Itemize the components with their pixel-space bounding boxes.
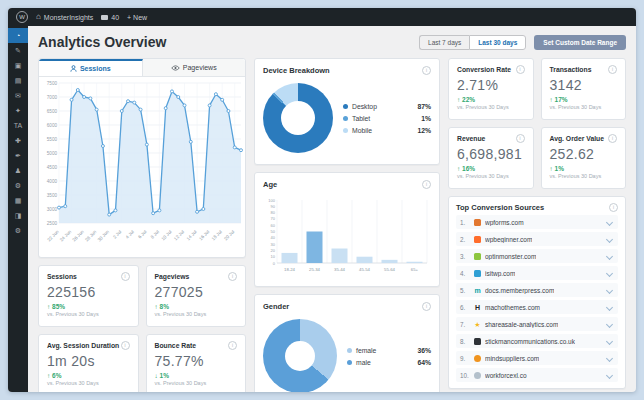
sidebar-item-plugins[interactable]: ✚: [8, 133, 28, 148]
new-menu[interactable]: + New: [127, 14, 147, 21]
chevron-down-icon[interactable]: [606, 252, 613, 259]
svg-text:0: 0: [273, 261, 276, 266]
set-custom-date-range-button[interactable]: Set Custom Date Range: [534, 35, 626, 50]
source-row-wpbeginner-com[interactable]: 2.wpbeginner.com: [456, 232, 618, 246]
sidebar-item-users[interactable]: ♟: [8, 163, 28, 178]
sessions-chart-panel: Sessions Pageviews 250030003500400045005…: [38, 58, 246, 258]
info-icon[interactable]: i: [228, 272, 237, 281]
source-rank: 3.: [460, 253, 470, 260]
source-row-machothemes-com[interactable]: 6.Hmachothemes.com: [456, 300, 618, 314]
svg-text:24 Jun: 24 Jun: [59, 229, 73, 243]
info-icon[interactable]: i: [228, 341, 237, 350]
source-row-mindsuppliers-com[interactable]: 9.mindsuppliers.com: [456, 351, 618, 365]
sidebar-item-monsterinsights[interactable]: ◔: [8, 28, 28, 43]
stat-card-avg-order-value: Avg. Order Valuei252.62↑ 1%vs. Previous …: [541, 127, 627, 189]
info-icon[interactable]: i: [422, 180, 431, 189]
svg-text:60: 60: [271, 223, 276, 228]
tab-pageviews[interactable]: Pageviews: [143, 59, 246, 76]
sidebar-item-comments[interactable]: ✉: [8, 88, 28, 103]
stat-label: Avg. Session Duration: [47, 342, 119, 349]
legend-value: 12%: [417, 127, 431, 134]
sidebar-item-layout[interactable]: ▦: [8, 193, 28, 208]
source-domain: machothemes.com: [485, 304, 540, 311]
stat-comparison-label: vs. Previous 30 Days: [457, 104, 525, 110]
stat-label: Conversion Rate: [457, 66, 511, 73]
source-row-optinmonster-com[interactable]: 3.optinmonster.com: [456, 249, 618, 263]
source-domain: mindsuppliers.com: [485, 355, 539, 362]
chevron-down-icon[interactable]: [606, 354, 613, 361]
info-icon[interactable]: i: [609, 203, 618, 212]
svg-text:30 Jun: 30 Jun: [97, 229, 111, 243]
legend-item-male: male64%: [347, 359, 431, 366]
stat-comparison-label: vs. Previous 30 Days: [550, 104, 618, 110]
source-rank: 9.: [460, 355, 470, 362]
info-icon[interactable]: i: [608, 134, 617, 143]
gender-donut[interactable]: [263, 319, 337, 392]
chevron-down-icon[interactable]: [606, 337, 613, 344]
device-breakdown-donut[interactable]: [263, 83, 333, 153]
tab-sessions[interactable]: Sessions: [39, 59, 143, 76]
source-row-wpforms-com[interactable]: 1.wpforms.com: [456, 215, 618, 229]
info-icon[interactable]: i: [516, 134, 525, 143]
svg-text:5000: 5000: [47, 151, 58, 156]
stat-value: 6,698,981: [457, 146, 525, 162]
stat-card-revenue: Revenuei6,698,981↑ 16%vs. Previous 30 Da…: [448, 127, 534, 189]
chevron-down-icon[interactable]: [606, 235, 613, 242]
stat-change: ↑ 1%: [550, 165, 618, 172]
site-menu[interactable]: ⌂ MonsterInsights: [36, 13, 93, 21]
last-7-days-button[interactable]: Last 7 days: [419, 35, 469, 50]
sidebar-item-settings[interactable]: ⚙: [8, 223, 28, 238]
svg-text:5500: 5500: [47, 137, 58, 142]
svg-text:4 Jul: 4 Jul: [125, 229, 135, 239]
svg-text:65+: 65+: [411, 267, 419, 272]
legend-item-tablet: Tablet1%: [343, 115, 431, 122]
info-icon[interactable]: i: [608, 65, 617, 74]
stat-comparison-label: vs. Previous 30 Days: [155, 311, 238, 317]
stat-comparison-label: vs. Previous 30 Days: [47, 311, 130, 317]
source-domain: optinmonster.com: [485, 253, 536, 260]
sidebar-item-design[interactable]: ✒: [8, 148, 28, 163]
sessions-line-chart[interactable]: 2500300035004000450050005500600065007000…: [39, 77, 245, 253]
sidebar-item-posts[interactable]: ✎: [8, 43, 28, 58]
source-row-isitwp-com[interactable]: 4.isitwp.com: [456, 266, 618, 280]
sidebar-item-addons[interactable]: ◨: [8, 208, 28, 223]
source-row-shareasale-analytics-com[interactable]: 7.★shareasale-analytics.com: [456, 317, 618, 331]
stat-label: Transactions: [550, 66, 592, 73]
last-30-days-button[interactable]: Last 30 days: [469, 35, 526, 50]
comments-menu[interactable]: 40: [101, 14, 119, 21]
sidebar-item-pages[interactable]: ▤: [8, 73, 28, 88]
sidebar-item-appearance[interactable]: ✦: [8, 103, 28, 118]
svg-text:12 Jul: 12 Jul: [173, 229, 185, 241]
source-row-workforcexl-co[interactable]: 10.workforcexl.co: [456, 368, 618, 382]
page-title: Analytics Overview: [38, 34, 166, 50]
svg-text:4500: 4500: [47, 165, 58, 170]
stat-change: ↑ 17%: [550, 96, 618, 103]
chevron-down-icon[interactable]: [606, 286, 613, 293]
favicon-icon: H: [474, 304, 481, 311]
chevron-down-icon[interactable]: [606, 303, 613, 310]
legend-dot: [343, 116, 348, 121]
age-bar-chart[interactable]: 010203040506070809010018-2425-3435-4445-…: [263, 195, 431, 275]
chevron-down-icon[interactable]: [606, 371, 613, 378]
chevron-down-icon[interactable]: [606, 320, 613, 327]
chevron-down-icon[interactable]: [606, 218, 613, 225]
favicon-icon: [474, 253, 481, 260]
info-icon[interactable]: i: [422, 66, 431, 75]
sidebar-item-media[interactable]: ▣: [8, 58, 28, 73]
wordpress-logo-icon[interactable]: W: [16, 11, 28, 23]
legend-label: Tablet: [352, 115, 370, 122]
info-icon[interactable]: i: [121, 341, 130, 350]
sidebar-item-ta-analytics[interactable]: TA: [8, 118, 28, 133]
source-row-docs-memberpress-com[interactable]: 5.mdocs.memberpress.com: [456, 283, 618, 297]
sidebar-item-tools[interactable]: ⚙: [8, 178, 28, 193]
info-icon[interactable]: i: [121, 272, 130, 281]
svg-text:22 Jun: 22 Jun: [46, 229, 60, 243]
svg-text:45-54: 45-54: [359, 267, 371, 272]
info-icon[interactable]: i: [516, 65, 525, 74]
person-icon: [70, 65, 77, 72]
source-row-stickmancommunications-co-uk[interactable]: 8.stickmancommunications.co.uk: [456, 334, 618, 348]
info-icon[interactable]: i: [422, 302, 431, 311]
home-icon: ⌂: [36, 13, 41, 21]
left-column: Sessions Pageviews 250030003500400045005…: [38, 58, 246, 392]
chevron-down-icon[interactable]: [606, 269, 613, 276]
